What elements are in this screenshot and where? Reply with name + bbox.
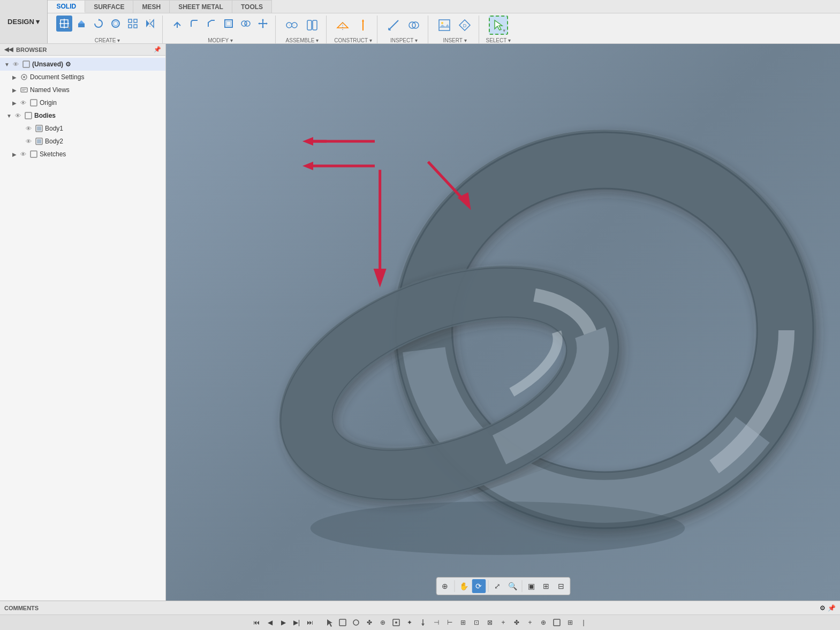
- nav-last-btn[interactable]: ⏭: [304, 617, 316, 628]
- svg-rect-16: [225, 20, 232, 27]
- browser-item-unsaved[interactable]: ▼ 👁 (Unsaved) ⚙: [0, 58, 165, 71]
- svg-rect-11: [134, 25, 137, 28]
- select-btn[interactable]: ▼: [489, 16, 508, 35]
- mirror-btn[interactable]: [142, 16, 158, 32]
- sketches-arrow[interactable]: ▶: [11, 150, 18, 158]
- bottom-misc2-btn[interactable]: +: [497, 617, 509, 628]
- nav-prev-btn[interactable]: ◀: [264, 617, 276, 628]
- viewport[interactable]: ⊕ ✋ ⟳ ⤢ 🔍 ▣ ⊞ ⊟: [166, 44, 840, 601]
- zoom-out-tool[interactable]: 🔍: [505, 579, 519, 593]
- revolve-btn[interactable]: [90, 16, 107, 32]
- pattern-btn[interactable]: [125, 16, 141, 32]
- bottom-timeline-btn[interactable]: [417, 617, 429, 628]
- chamfer-btn[interactable]: [203, 16, 220, 32]
- browser-item-origin[interactable]: ▶ 👁 Origin: [0, 96, 165, 109]
- sketches-vis-icon[interactable]: 👁: [19, 150, 27, 158]
- browser-item-named-views[interactable]: ▶ Named Views: [0, 84, 165, 96]
- bottom-origin-btn[interactable]: [390, 617, 402, 628]
- unsaved-settings-icon[interactable]: ⚙: [65, 60, 71, 68]
- comments-pin-icon[interactable]: 📌: [828, 604, 836, 612]
- browser-content: ▼ 👁 (Unsaved) ⚙ ▶ Document Settings ▶ Na…: [0, 56, 165, 601]
- svg-text:D: D: [463, 23, 467, 28]
- tab-tools[interactable]: TOOLS: [232, 0, 272, 13]
- design-button[interactable]: DESIGN ▾: [0, 0, 48, 43]
- extrude-btn[interactable]: [73, 16, 89, 32]
- motion-link-btn[interactable]: [302, 16, 322, 35]
- bottom-snap-btn[interactable]: |: [578, 617, 589, 628]
- body2-vis-icon[interactable]: 👁: [24, 137, 33, 146]
- construct-label: CONSTRUCT ▾: [334, 37, 372, 43]
- bodies-icon: [24, 111, 33, 120]
- svg-rect-31: [313, 20, 317, 30]
- create-icons: ▼: [56, 16, 158, 32]
- unsaved-vis-icon[interactable]: 👁: [11, 60, 20, 69]
- browser-item-body1[interactable]: ▶ 👁 Body1: [0, 122, 165, 135]
- bottom-misc6-btn[interactable]: [551, 617, 563, 628]
- display-mode-tool[interactable]: ▣: [524, 579, 538, 593]
- new-component-btn[interactable]: ▼: [56, 16, 72, 32]
- bottom-step2-btn[interactable]: ⊢: [444, 617, 456, 628]
- compass-tool[interactable]: ⊕: [438, 579, 452, 593]
- browser-item-body2[interactable]: ▶ 👁 Body2: [0, 135, 165, 148]
- bottom-misc7-btn[interactable]: ⊞: [564, 617, 576, 628]
- origin-vis-icon[interactable]: 👁: [19, 98, 27, 107]
- origin-arrow[interactable]: ▶: [11, 99, 18, 107]
- browser-collapse-icon[interactable]: ◀◀: [4, 46, 13, 53]
- bottom-misc5-btn[interactable]: ⊕: [538, 617, 549, 628]
- browser-pin-icon[interactable]: 📌: [154, 46, 161, 53]
- bottom-misc-btn[interactable]: ⊠: [484, 617, 496, 628]
- browser-item-sketches[interactable]: ▶ 👁 Sketches: [0, 148, 165, 161]
- sweep-btn[interactable]: [108, 16, 124, 32]
- shell-btn[interactable]: [221, 16, 237, 32]
- doc-settings-arrow[interactable]: ▶: [11, 73, 18, 81]
- svg-rect-45: [23, 61, 29, 67]
- tab-surface[interactable]: SURFACE: [85, 0, 133, 13]
- assemble-label: ASSEMBLE ▾: [286, 37, 319, 43]
- press-pull-btn[interactable]: [169, 16, 185, 32]
- pan-tool[interactable]: ✋: [457, 579, 471, 593]
- nav-play-btn[interactable]: ▶: [277, 617, 289, 628]
- bottom-step-btn[interactable]: ⊣: [430, 617, 442, 628]
- sketches-label: Sketches: [40, 150, 66, 158]
- bodies-arrow[interactable]: ▼: [5, 112, 13, 119]
- bottom-pan-btn[interactable]: ⊡: [471, 617, 482, 628]
- named-views-arrow[interactable]: ▶: [11, 86, 18, 94]
- axis-btn[interactable]: [353, 16, 373, 35]
- unsaved-arrow[interactable]: ▼: [3, 60, 11, 68]
- comments-settings-icon[interactable]: ⚙: [820, 604, 826, 612]
- browser-item-doc-settings[interactable]: ▶ Document Settings: [0, 71, 165, 84]
- svg-rect-51: [31, 100, 37, 106]
- nav-first-btn[interactable]: ⏮: [251, 617, 262, 628]
- tab-mesh[interactable]: MESH: [133, 0, 170, 13]
- grid-tool[interactable]: ⊞: [539, 579, 553, 593]
- combine-btn[interactable]: +: [238, 16, 254, 32]
- bodies-vis-icon[interactable]: 👁: [13, 111, 22, 120]
- zoom-fit-tool[interactable]: ⤢: [490, 579, 504, 593]
- bottom-move2-btn[interactable]: ⊕: [377, 617, 389, 628]
- insert-image-btn[interactable]: [435, 16, 454, 35]
- offset-plane-btn[interactable]: [333, 16, 352, 35]
- orbit-tool[interactable]: ⟳: [472, 579, 486, 593]
- bottom-sketch-btn[interactable]: [350, 617, 362, 628]
- joint-btn[interactable]: [282, 16, 301, 35]
- body1-vis-icon[interactable]: 👁: [24, 124, 33, 133]
- bottom-misc4-btn[interactable]: +: [524, 617, 536, 628]
- bottom-misc3-btn[interactable]: ✤: [511, 617, 523, 628]
- decal-btn[interactable]: D: [455, 16, 474, 35]
- bottom-zoom-btn[interactable]: ⊞: [457, 617, 469, 628]
- tab-solid[interactable]: SOLID: [48, 0, 85, 13]
- bottom-joint-btn[interactable]: ✦: [404, 617, 415, 628]
- measure-btn[interactable]: [384, 16, 403, 35]
- more-tools-tool[interactable]: ⊟: [554, 579, 568, 593]
- bottom-select-btn[interactable]: [323, 617, 335, 628]
- bottom-move-btn[interactable]: ✤: [364, 617, 375, 628]
- nav-next-btn[interactable]: ▶|: [291, 617, 302, 628]
- fillet-btn[interactable]: [186, 16, 202, 32]
- bottom-component-btn[interactable]: [337, 617, 349, 628]
- viewport-tools: ⊕ ✋ ⟳ ⤢ 🔍 ▣ ⊞ ⊟: [436, 577, 570, 595]
- browser-item-bodies[interactable]: ▼ 👁 Bodies: [0, 109, 165, 122]
- move-btn[interactable]: [255, 16, 271, 32]
- svg-rect-80: [339, 619, 346, 626]
- tab-sheet-metal[interactable]: SHEET METAL: [170, 0, 232, 13]
- interference-btn[interactable]: [404, 16, 423, 35]
